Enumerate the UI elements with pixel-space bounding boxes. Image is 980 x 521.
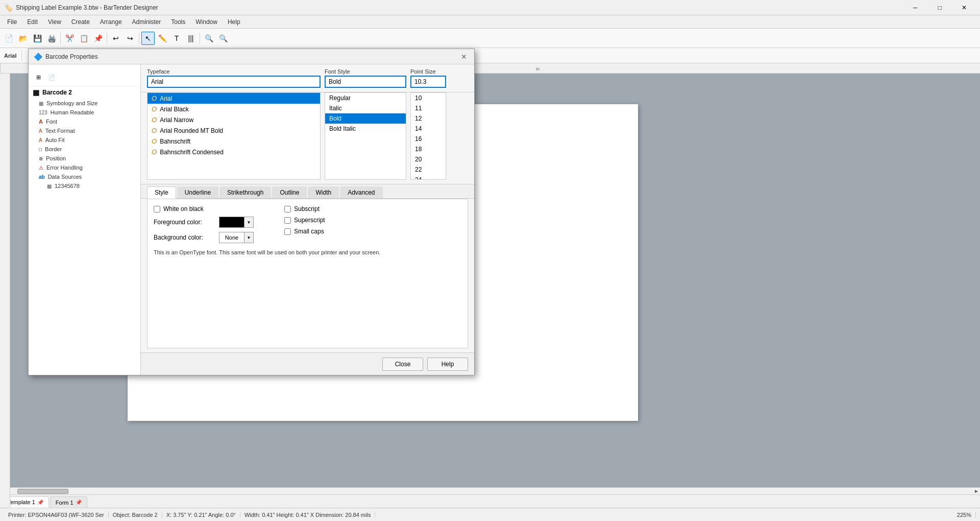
scroll-right-button[interactable]: ► — [973, 488, 980, 495]
tree-item-position[interactable]: ⊕ Position — [29, 154, 140, 163]
maximize-button[interactable]: □ — [928, 0, 951, 15]
size-item-12[interactable]: 12 — [411, 113, 446, 124]
style-item-regular[interactable]: Regular — [325, 93, 406, 103]
dialog-icon: 🔷 — [34, 53, 42, 61]
human-readable-icon: 123 — [39, 110, 47, 115]
tree-item-auto-fit[interactable]: A Auto Fit — [29, 135, 140, 145]
redo-button[interactable]: ↪ — [124, 32, 137, 45]
typeface-col: Typeface — [147, 68, 321, 88]
pen-button[interactable]: ✏️ — [156, 32, 169, 45]
font-list-item-arial-rounded[interactable]: O Arial Rounded MT Bold — [148, 125, 320, 136]
tab-form-1-pin[interactable]: 📌 — [76, 500, 82, 505]
size-item-24[interactable]: 24 — [411, 175, 446, 180]
tab-underline[interactable]: Underline — [177, 186, 218, 198]
tree-item-data-sources[interactable]: ab Data Sources — [29, 172, 140, 181]
menu-administer[interactable]: Administer — [127, 16, 166, 28]
open-button[interactable]: 📂 — [16, 32, 30, 45]
menu-edit[interactable]: Edit — [22, 16, 43, 28]
size-item-10[interactable]: 10 — [411, 93, 446, 103]
font-list-item-bahnschrift-condensed[interactable]: O Bahnschrift Condensed — [148, 147, 320, 157]
small-caps-checkbox[interactable] — [284, 228, 291, 235]
tree-expand-button[interactable]: ⊞ — [33, 72, 44, 83]
tab-template-1-pin[interactable]: 📌 — [37, 500, 43, 505]
tab-form-1[interactable]: Form 1 📌 — [50, 496, 87, 508]
menu-help[interactable]: Help — [223, 16, 246, 28]
horizontal-scrollbar: ◄ ► — [0, 487, 980, 494]
dialog-titlebar: 🔷 Barcode Properties ✕ — [29, 49, 474, 64]
tree-root-label: Barcode 2 — [42, 89, 72, 96]
data-item-icon: ▦ — [47, 183, 52, 189]
white-on-black-checkbox[interactable] — [154, 206, 160, 212]
tab-outline[interactable]: Outline — [272, 186, 307, 198]
zoom-out-button[interactable]: 🔍 — [216, 32, 230, 45]
tree-item-text-format[interactable]: A Text Format — [29, 126, 140, 135]
select-button[interactable]: ↖ — [141, 32, 155, 45]
background-color-control: None ▼ — [219, 232, 254, 243]
tree-item-symbology[interactable]: ▦ Symbology and Size — [29, 99, 140, 108]
font-lists: O Arial O Arial Black O Arial Narrow — [141, 92, 474, 184]
tree-root[interactable]: ▦ Barcode 2 — [29, 86, 140, 99]
tree-item-border[interactable]: □ Border — [29, 145, 140, 154]
background-color-dropdown[interactable]: ▼ — [244, 232, 254, 243]
print-button[interactable]: 🖨️ — [45, 32, 58, 45]
tree-item-human-readable[interactable]: 123 Human Readable — [29, 108, 140, 117]
cut-button[interactable]: ✂️ — [63, 32, 76, 45]
undo-button[interactable]: ↩ — [109, 32, 122, 45]
dialog-help-button[interactable]: Help — [427, 358, 468, 371]
typeface-input[interactable] — [147, 76, 321, 88]
superscript-checkbox[interactable] — [284, 217, 291, 224]
font-list-item-arial-black[interactable]: O Arial Black — [148, 104, 320, 114]
style-item-italic[interactable]: Italic — [325, 103, 406, 113]
tree-toolbar: ⊞ 📄 — [29, 68, 140, 86]
dialog-close-button[interactable]: ✕ — [459, 52, 469, 62]
small-caps-row: Small caps — [284, 228, 325, 235]
new-button[interactable]: 📄 — [2, 32, 15, 45]
tree-item-12345678[interactable]: ▦ 12345678 — [29, 181, 140, 191]
foreground-label: Foreground color: — [154, 219, 215, 226]
size-item-11[interactable]: 11 — [411, 103, 446, 113]
text-button[interactable]: T — [170, 32, 183, 45]
style-item-bold[interactable]: Bold — [325, 113, 406, 124]
foreground-color-button[interactable] — [219, 217, 244, 228]
font-info-text: This is an OpenType font. This same font… — [154, 247, 461, 257]
font-list-item-arial[interactable]: O Arial — [148, 93, 320, 104]
size-item-22[interactable]: 22 — [411, 164, 446, 175]
menu-view[interactable]: View — [43, 16, 66, 28]
tree-item-font[interactable]: A Font — [29, 117, 140, 126]
zoom-in-button[interactable]: 🔍 — [202, 32, 215, 45]
copy-button[interactable]: 📋 — [77, 32, 90, 45]
style-input[interactable] — [325, 76, 406, 88]
menu-window[interactable]: Window — [190, 16, 223, 28]
font-label: Arial — [2, 53, 18, 59]
size-input[interactable] — [410, 76, 446, 88]
dialog-close-action-button[interactable]: Close — [382, 358, 423, 371]
foreground-color-dropdown[interactable]: ▼ — [244, 217, 254, 228]
style-item-bold-italic[interactable]: Bold Italic — [325, 124, 406, 134]
menu-arrange[interactable]: Arrange — [95, 16, 127, 28]
size-item-20[interactable]: 20 — [411, 154, 446, 164]
background-color-button[interactable]: None — [219, 232, 244, 243]
size-item-14[interactable]: 14 — [411, 124, 446, 134]
tab-strikethrough[interactable]: Strikethrough — [219, 186, 271, 198]
scroll-thumb[interactable] — [17, 489, 68, 494]
subscript-checkbox[interactable] — [284, 206, 291, 212]
size-item-16[interactable]: 16 — [411, 134, 446, 144]
size-item-18[interactable]: 18 — [411, 144, 446, 154]
tab-width[interactable]: Width — [308, 186, 339, 198]
menu-create[interactable]: Create — [66, 16, 95, 28]
minimize-button[interactable]: ─ — [903, 0, 927, 15]
barcode-button[interactable]: ||| — [184, 32, 198, 45]
style-left-col: White on black Foreground color: ▼ Ba — [154, 205, 254, 243]
menu-file[interactable]: File — [2, 16, 22, 28]
save-button[interactable]: 💾 — [31, 32, 44, 45]
tab-style[interactable]: Style — [147, 186, 176, 199]
style-col: Font Style — [325, 68, 406, 88]
close-button[interactable]: ✕ — [952, 0, 976, 15]
font-list-item-bahnschrift[interactable]: O Bahnschrift — [148, 136, 320, 147]
font-list-item-arial-narrow[interactable]: O Arial Narrow — [148, 114, 320, 125]
paste-button[interactable]: 📌 — [91, 32, 105, 45]
menu-tools[interactable]: Tools — [166, 16, 190, 28]
tree-item-error-handling[interactable]: ⚠ Error Handling — [29, 163, 140, 172]
tab-advanced[interactable]: Advanced — [340, 186, 382, 198]
tree-collapse-button[interactable]: 📄 — [46, 72, 57, 83]
